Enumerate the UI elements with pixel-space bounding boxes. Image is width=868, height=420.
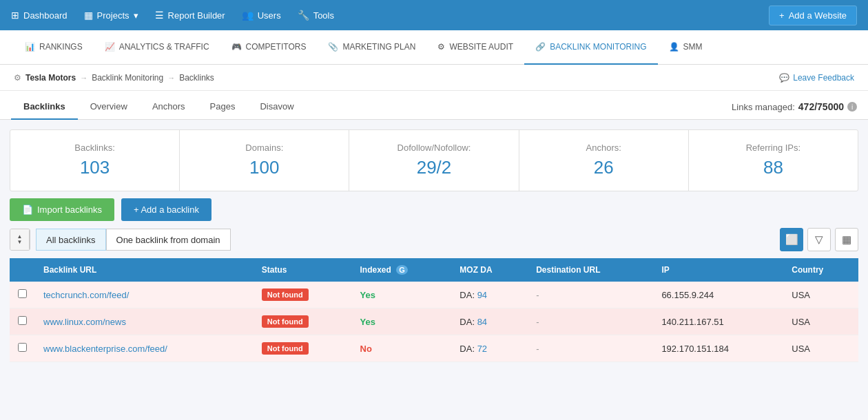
competitors-icon: 🎮 (231, 42, 242, 52)
sub-navigation: 📊 Rankings 📈 Analytics & Traffic 🎮 Compe… (0, 30, 868, 65)
row-destination: - (528, 308, 653, 335)
row-checkbox[interactable] (18, 289, 27, 298)
row-checkbox[interactable] (18, 316, 27, 325)
tab-disavow[interactable]: Disavow (247, 94, 306, 120)
stat-domains-label: Domains: (187, 143, 342, 153)
subnav-analytics[interactable]: 📈 Analytics & Traffic (94, 30, 220, 65)
add-website-button[interactable]: + Add a Website (769, 6, 857, 25)
nav-users[interactable]: 👥 Users (242, 10, 281, 21)
breadcrumb-company[interactable]: Tesla Motors (25, 73, 76, 83)
backlinks-table-container: Backlink URL Status Indexed G MOZ DA Des… (10, 258, 858, 362)
th-mozda: MOZ DA (451, 258, 528, 282)
nav-report-builder[interactable]: ☰ Report Builder (155, 10, 225, 21)
subnav-audit[interactable]: ⚙ Website Audit (426, 30, 524, 65)
country-value: USA (792, 344, 810, 354)
add-website-plus-icon: + (779, 10, 785, 21)
row-country: USA (783, 335, 858, 362)
export-button[interactable]: ⬜ (780, 228, 803, 251)
row-status: Not found (254, 335, 352, 362)
add-website-label: Add a Website (789, 10, 847, 21)
status-badge: Not found (262, 315, 309, 328)
nav-dashboard[interactable]: ⊞ Dashboard (11, 10, 68, 21)
stat-backlinks-label: Backlinks: (17, 143, 172, 153)
row-mozda: DA: 94 (451, 282, 528, 308)
nav-tools-label: Tools (313, 10, 334, 21)
stat-domains-value: 100 (187, 157, 342, 178)
row-ip: 140.211.167.51 (653, 308, 783, 335)
row-stepper[interactable]: ▲ ▼ (10, 229, 30, 251)
tab-backlinks[interactable]: Backlinks (11, 94, 78, 120)
da-value: 72 (477, 344, 487, 354)
all-backlinks-filter[interactable]: All backlinks (36, 229, 106, 251)
tab-overview[interactable]: Overview (78, 94, 140, 120)
stat-dofollow-label: Dofollow/Nofollow: (356, 143, 511, 153)
stepper-down-icon[interactable]: ▼ (17, 240, 23, 245)
backlink-url-link[interactable]: www.linux.com/news (43, 317, 126, 327)
row-ip: 192.170.151.184 (653, 335, 783, 362)
breadcrumb-bar: ⚙ Tesla Motors → Backlink Monitoring → B… (0, 65, 868, 91)
backlink-icon: 🔗 (535, 42, 546, 52)
indexed-value: Yes (360, 317, 375, 327)
top-navigation: ⊞ Dashboard ▦ Projects ▾ ☰ Report Builde… (0, 0, 868, 30)
stat-backlinks: Backlinks: 103 (10, 130, 180, 191)
subnav-marketing[interactable]: 📎 Marketing Plan (317, 30, 426, 65)
row-indexed: Yes (352, 308, 452, 335)
leave-feedback-button[interactable]: 💬 Leave Feedback (779, 73, 854, 83)
th-url: Backlink URL (35, 258, 254, 282)
nav-projects[interactable]: ▦ Projects ▾ (84, 10, 138, 21)
da-label: DA: (459, 344, 477, 354)
stat-backlinks-value: 103 (17, 157, 172, 178)
stat-ips-value: 88 (696, 157, 851, 178)
filter-bar: ▲ ▼ All backlinks One backlink from doma… (0, 228, 868, 258)
ip-value: 66.155.9.244 (661, 290, 714, 300)
destination-value: - (536, 344, 539, 354)
import-label: Import backlinks (37, 204, 102, 215)
subnav-smm[interactable]: 👤 SMM (658, 30, 714, 65)
feedback-label: Leave Feedback (793, 73, 854, 83)
add-backlink-button[interactable]: + Add a backlink (121, 198, 211, 221)
tools-icon: 🔧 (298, 10, 309, 21)
dashboard-icon: ⊞ (11, 10, 19, 21)
breadcrumb-arrow-1: → (80, 74, 87, 82)
th-destination: Destination URL (528, 258, 653, 282)
info-icon[interactable]: i (847, 102, 857, 112)
backlink-url-link[interactable]: techcrunch.com/feed/ (43, 290, 129, 300)
analytics-icon: 📈 (105, 42, 115, 52)
da-label: DA: (459, 290, 477, 300)
indexed-value: Yes (360, 290, 375, 300)
chart-view-button[interactable]: ▦ (835, 228, 858, 251)
th-select (10, 258, 35, 282)
one-backlink-label: One backlink from domain (116, 235, 220, 245)
tab-anchors[interactable]: Anchors (140, 94, 198, 120)
backlink-url-link[interactable]: www.blackenterprise.com/feed/ (43, 344, 167, 354)
subnav-audit-label: Website Audit (449, 42, 513, 52)
stats-row: Backlinks: 103 Domains: 100 Dofollow/Nof… (10, 129, 858, 191)
audit-icon: ⚙ (437, 42, 445, 52)
destination-value: - (536, 317, 539, 327)
th-status: Status (254, 258, 352, 282)
subnav-backlink-monitoring[interactable]: 🔗 Backlink Monitoring (524, 30, 657, 65)
breadcrumb-section[interactable]: Backlink Monitoring (92, 73, 163, 83)
tabs-bar: Backlinks Overview Anchors Pages Disavow… (0, 91, 868, 120)
tab-pages[interactable]: Pages (198, 94, 248, 120)
da-value: 84 (477, 317, 487, 327)
destination-value: - (536, 290, 539, 300)
stepper-arrows[interactable]: ▲ ▼ (10, 229, 30, 250)
chart-icon: ▦ (842, 233, 851, 246)
add-backlink-label: + Add a backlink (134, 204, 199, 215)
row-checkbox[interactable] (18, 343, 27, 352)
import-backlinks-button[interactable]: 📄 Import backlinks (10, 198, 114, 221)
stat-anchors-label: Anchors: (526, 143, 681, 153)
th-indexed: Indexed G (352, 258, 452, 282)
backlinks-table: Backlink URL Status Indexed G MOZ DA Des… (10, 258, 858, 362)
one-backlink-filter[interactable]: One backlink from domain (106, 229, 231, 251)
subnav-rankings[interactable]: 📊 Rankings (14, 30, 94, 65)
row-checkbox-cell (10, 335, 35, 362)
stat-referring-ips: Referring IPs: 88 (689, 130, 858, 191)
report-icon: ☰ (155, 10, 164, 21)
nav-tools[interactable]: 🔧 Tools (298, 10, 334, 21)
filter-columns-button[interactable]: ▽ (807, 228, 831, 251)
subnav-competitors[interactable]: 🎮 Competitors (220, 30, 318, 65)
top-nav-left: ⊞ Dashboard ▦ Projects ▾ ☰ Report Builde… (11, 10, 334, 21)
projects-icon: ▦ (84, 10, 93, 21)
